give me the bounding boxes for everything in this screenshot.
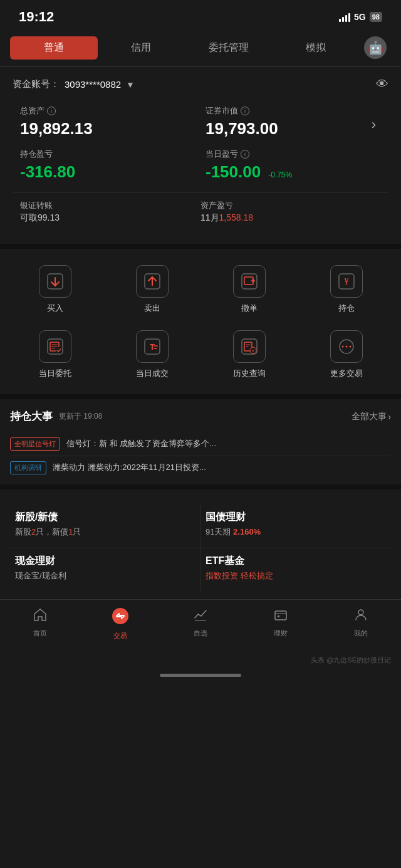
today-entrust-label: 当日委托 (39, 368, 71, 379)
events-update: 更新于 19:08 (59, 411, 102, 422)
chevron-right-icon: › (388, 412, 391, 422)
daily-pnl-value: -150.00 (206, 162, 261, 182)
account-label: 资金账号： (13, 78, 60, 90)
finance-icon (273, 607, 288, 626)
total-assets-title: 总资产 i (20, 105, 195, 117)
asset-pnl-amount: 1,558.18 (219, 212, 254, 222)
action-today-entrust[interactable]: 当日委托 (6, 324, 103, 389)
total-assets-value: 19,892.13 (20, 119, 195, 139)
new-stocks-title: 新股/新债 (15, 511, 195, 524)
action-cancel[interactable]: 撤单 (200, 259, 298, 324)
status-5g: 5G (354, 12, 366, 22)
event-tag-1: 机构调研 (10, 461, 46, 474)
nav-watchlist-label: 自选 (194, 629, 207, 638)
today-trade-icon: T (136, 330, 169, 363)
cancel-label: 撤单 (241, 303, 258, 314)
nav-finance-label: 理财 (274, 629, 288, 638)
product-treasury[interactable]: 国债理财 91天期 2.160% (200, 505, 391, 548)
products-section: 新股/新债 新股2只，新债1只 国债理财 91天期 2.160% 现金理财 现金… (0, 494, 401, 594)
robot-button[interactable]: 🤖 (360, 35, 391, 60)
events-title: 持仓大事 (10, 409, 53, 424)
pnl-grid: 持仓盈亏 -316.80 当日盈亏 i -150.00 -0.75% (13, 146, 388, 189)
position-pnl-value: -316.80 (20, 162, 195, 182)
status-right: 5G 98 (339, 12, 382, 22)
divider-3 (0, 484, 401, 489)
position-pnl-cell: 持仓盈亏 -316.80 (15, 146, 200, 189)
product-cash[interactable]: 现金理财 现金宝/现金利 (10, 548, 200, 592)
divider-2 (0, 394, 401, 399)
tab-normal[interactable]: 普通 (10, 36, 98, 60)
history-label: 历史查询 (233, 368, 266, 379)
securities-info-icon[interactable]: i (241, 107, 249, 115)
nav-trade-label: 交易 (113, 631, 127, 641)
sell-label: 卖出 (144, 303, 160, 314)
status-time: 19:12 (19, 9, 54, 25)
total-assets-info-icon[interactable]: i (47, 107, 56, 115)
more-label: 更多交易 (330, 368, 363, 379)
today-trade-label: 当日成交 (136, 368, 169, 379)
dropdown-arrow-icon[interactable]: ▼ (126, 80, 135, 90)
buy-label: 买入 (47, 303, 63, 314)
home-icon (33, 607, 48, 626)
events-header: 持仓大事 更新于 19:08 全部大事 › (10, 409, 391, 424)
nav-home[interactable]: 首页 (0, 605, 80, 641)
action-history[interactable]: 历史查询 (200, 324, 298, 389)
product-etf[interactable]: ETF基金 指数投资 轻松搞定 (200, 548, 391, 592)
chevron-right-icon[interactable]: › (372, 117, 376, 133)
total-assets-cell: 总资产 i 19,892.13 (15, 103, 200, 146)
svg-point-17 (349, 346, 351, 348)
nav-profile[interactable]: 我的 (321, 605, 401, 641)
divider-1 (0, 244, 401, 249)
top-tabs: 普通 信用 委托管理 模拟 🤖 (0, 31, 401, 67)
position-icon: ¥ (330, 265, 363, 298)
securities-value-cell: 证券市值 i 19,793.00 › (200, 103, 386, 146)
treasury-title: 国债理财 (206, 511, 386, 524)
action-buy[interactable]: 买入 (6, 259, 103, 324)
eye-icon[interactable]: 👁 (376, 77, 388, 92)
event-item-0[interactable]: 全明星信号灯 信号灯：新 和 成触发了资金博弈等多个... (10, 432, 391, 456)
event-item-1[interactable]: 机构调研 潍柴动力 潍柴动力:2022年11月21日投资... (10, 456, 391, 479)
tab-simulate[interactable]: 模拟 (273, 36, 360, 60)
signal-bars (339, 12, 350, 22)
securities-title: 证券市值 i (206, 105, 381, 117)
asset-pnl-label: 资产盈亏 (200, 200, 381, 211)
nav-watchlist[interactable]: 自选 (160, 605, 241, 641)
nav-trade[interactable]: 交易 (80, 605, 160, 641)
battery: 98 (370, 12, 382, 22)
action-more[interactable]: 更多交易 (298, 324, 395, 389)
transfer-row: 银证转账 可取99.13 资产盈亏 11月1,558.18 (13, 192, 388, 236)
tab-entrust[interactable]: 委托管理 (185, 36, 273, 60)
actions-section: 买入 卖出 撤单 (0, 249, 401, 394)
product-new-stocks[interactable]: 新股/新债 新股2只，新债1只 (10, 505, 200, 548)
daily-pnl-info-icon[interactable]: i (241, 150, 249, 159)
nav-profile-label: 我的 (354, 629, 368, 638)
home-indicator-bar (160, 674, 241, 677)
tab-credit[interactable]: 信用 (98, 36, 185, 60)
action-position[interactable]: ¥ 持仓 (298, 259, 395, 324)
action-today-trade[interactable]: T 当日成交 (103, 324, 200, 389)
today-entrust-icon (39, 330, 71, 363)
daily-pnl-title: 当日盈亏 i (206, 149, 381, 160)
cash-title: 现金理财 (15, 555, 195, 568)
treasury-rate: 2.160% (233, 527, 261, 536)
profile-icon (353, 607, 368, 626)
assets-grid: 总资产 i 19,892.13 证券市值 i 19,793.00 › (13, 103, 388, 146)
event-tag-0: 全明星信号灯 (10, 437, 60, 451)
svg-point-22 (358, 610, 363, 615)
account-section: 资金账号： 3093****0882 ▼ 👁 总资产 i 19,892.13 证… (0, 67, 401, 244)
svg-text:T: T (150, 342, 155, 352)
svg-point-18 (112, 608, 128, 624)
history-icon (233, 330, 266, 363)
home-indicator (0, 670, 401, 679)
event-text-1: 潍柴动力 潍柴动力:2022年11月21日投资... (53, 461, 391, 474)
bank-transfer-label: 银证转账 (20, 200, 200, 211)
products-grid: 新股/新债 新股2只，新债1只 国债理财 91天期 2.160% 现金理财 现金… (10, 505, 391, 592)
securities-value: 19,793.00 (206, 119, 381, 139)
nav-finance[interactable]: 理财 (241, 605, 321, 641)
position-label: 持仓 (338, 303, 355, 314)
nav-home-label: 首页 (33, 629, 47, 638)
action-sell[interactable]: 卖出 (103, 259, 200, 324)
account-number: 3093****0882 (65, 79, 121, 90)
events-all-button[interactable]: 全部大事 › (352, 411, 391, 422)
daily-pnl-pct: -0.75% (268, 170, 292, 179)
